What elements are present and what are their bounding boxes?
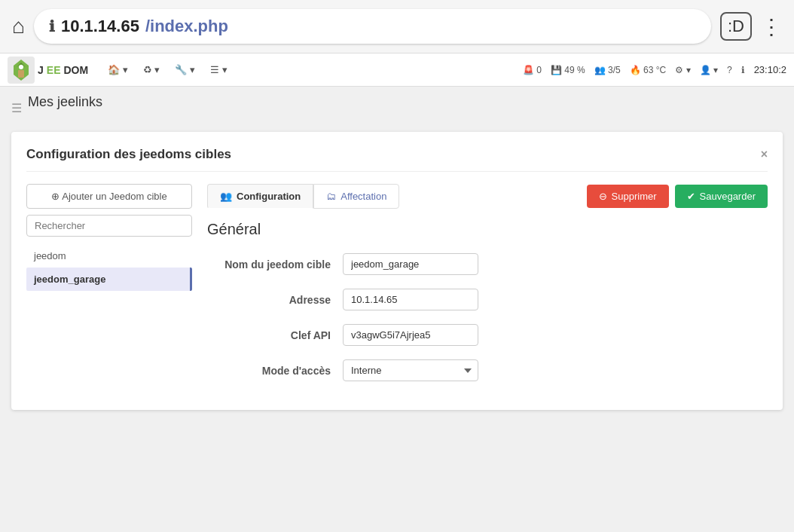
navbar-time: 23:10:2 [754,64,786,75]
browser-home-button[interactable]: ⌂ [12,14,25,38]
mode-acces-select[interactable]: Interne Externe [343,359,478,381]
page-icon: ☰ [11,101,22,115]
help-btn[interactable]: ? [727,65,732,75]
logo-ee: EE [47,64,61,76]
list-item-jeedom[interactable]: jeedom [26,244,192,268]
card-title: Configuration des jeedoms cibles × [26,147,768,172]
tab-affectation[interactable]: 🗂 Affectation [313,184,399,209]
adresse-field[interactable] [343,289,478,310]
jeedom-logo-icon [8,57,35,84]
nom-jeedom-label: Nom du jeedom cible [207,258,343,271]
tools-menu-item[interactable]: 🔧 ▾ [167,54,203,87]
logo-j: J [38,64,44,76]
card-body: ⊕ Ajouter un Jeedom cible jeedom jeedom_… [26,184,768,395]
jeedom-navbar: JEEDOM 🏠 ▾ ♻ ▾ 🔧 ▾ ☰ ▾ 🚨 0 💾 49 % 👥 3/5 … [0,54,794,87]
right-panel: 👥 Configuration 🗂 Affectation ⊖ Supprime… [207,184,768,395]
svg-rect-3 [18,70,24,78]
url-domain: 10.1.14.65 [61,17,139,36]
save-button[interactable]: ✔ Sauvegarder [675,185,768,208]
url-path: /index.php [145,17,228,36]
tabs-and-actions: 👥 Configuration 🗂 Affectation ⊖ Supprime… [207,184,768,209]
tab-configuration[interactable]: 👥 Configuration [207,184,313,209]
clef-api-field[interactable] [343,324,478,346]
list-item-jeedom-garage[interactable]: jeedom_garage [26,268,192,291]
action-buttons: ⊖ Supprimer ✔ Sauvegarder [587,185,768,208]
form-group-nom: Nom du jeedom cible [207,253,768,275]
disk-usage: 💾 49 % [551,65,585,75]
temperature: 🔥 63 °C [630,65,667,75]
mode-acces-label: Mode d'accès [207,365,343,377]
navbar-status: 🚨 0 💾 49 % 👥 3/5 🔥 63 °C ⚙ ▾ 👤 ▾ ? ℹ 23:… [523,64,786,75]
browser-menu-button[interactable]: ⋮ [761,14,782,39]
config-card: Configuration des jeedoms cibles × ⊕ Ajo… [11,132,783,410]
left-panel: ⊕ Ajouter un Jeedom cible jeedom jeedom_… [26,184,192,395]
affectation-tab-icon: 🗂 [326,191,336,202]
user-btn[interactable]: 👤 ▾ [700,65,718,75]
clef-api-label: Clef API [207,329,343,341]
config-menu-item[interactable]: ☰ ▾ [203,54,235,87]
section-title: Général [207,221,768,238]
info-icon: ℹ [49,17,55,35]
info-btn[interactable]: ℹ [741,65,745,75]
page-content: ☰ Mes jeelinks Configuration des jeedoms… [0,87,794,463]
home-menu-item[interactable]: 🏠 ▾ [100,54,136,87]
close-button[interactable]: × [761,148,768,161]
delete-icon: ⊖ [599,191,607,202]
page-title: Mes jeelinks [28,94,102,110]
search-input[interactable] [26,215,192,237]
form-group-adresse: Adresse [207,289,768,310]
alerts-count: 🚨 0 [523,65,542,75]
jeedom-logo[interactable]: JEEDOM [8,57,88,84]
users-count: 👥 3/5 [594,65,621,75]
browser-chrome: ⌂ ℹ 10.1.14.65/index.php :D ⋮ [0,0,794,54]
scenario-menu-item[interactable]: ♻ ▾ [136,54,168,87]
delete-button[interactable]: ⊖ Supprimer [587,185,669,208]
address-bar[interactable]: ℹ 10.1.14.65/index.php [34,9,711,44]
nom-jeedom-field[interactable] [343,253,478,275]
bookmark-button[interactable]: :D [720,12,752,41]
settings-btn[interactable]: ⚙ ▾ [675,65,690,75]
add-jeedom-button[interactable]: ⊕ Ajouter un Jeedom cible [26,184,192,209]
save-icon: ✔ [687,191,695,202]
svg-point-4 [19,65,23,69]
configuration-tab-icon: 👥 [220,191,232,202]
form-group-clef-api: Clef API [207,324,768,346]
logo-dom: DOM [63,64,88,76]
adresse-label: Adresse [207,294,343,306]
form-group-mode-acces: Mode d'accès Interne Externe [207,359,768,381]
